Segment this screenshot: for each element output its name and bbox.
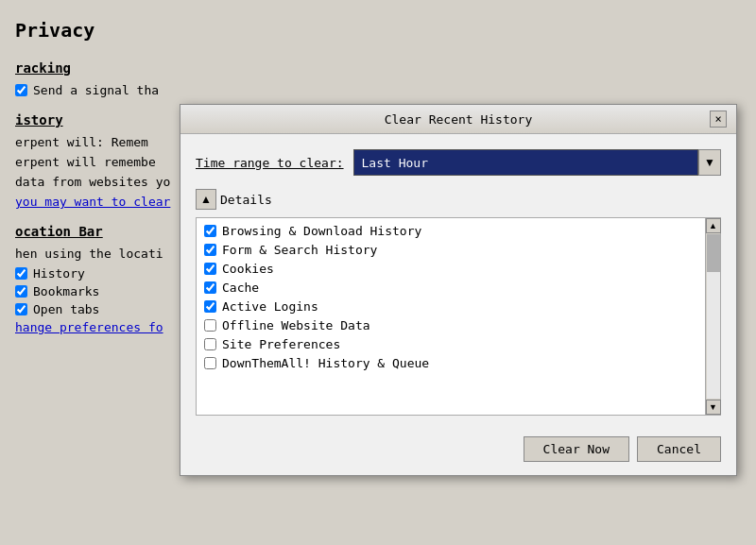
list-item: Offline Website Data <box>204 318 697 332</box>
checklist-container: Browsing & Download History Form & Searc… <box>196 217 721 416</box>
form-label: Form & Search History <box>222 243 377 257</box>
checklist-items: Browsing & Download History Form & Searc… <box>197 218 705 415</box>
scroll-up-button[interactable]: ▲ <box>706 218 721 233</box>
dialog-titlebar: Clear Recent History × <box>180 105 736 134</box>
site-prefs-checkbox[interactable] <box>204 338 216 350</box>
downthemall-checkbox[interactable] <box>204 357 216 369</box>
tracking-checkbox[interactable] <box>15 84 27 96</box>
scrollbar: ▲ ▼ <box>705 218 720 415</box>
browsing-label: Browsing & Download History <box>222 224 421 238</box>
clear-now-button[interactable]: Clear Now <box>524 436 629 462</box>
cancel-button[interactable]: Cancel <box>637 436 721 462</box>
clear-history-dialog: Clear Recent History × Time range to cle… <box>180 104 737 476</box>
list-item: Browsing & Download History <box>204 224 697 238</box>
time-range-label: Time range to clear: <box>196 156 344 170</box>
active-logins-label: Active Logins <box>222 299 318 314</box>
details-toggle: ▲ Details <box>196 189 721 210</box>
page-title: Privacy <box>15 19 741 42</box>
dialog-close-button[interactable]: × <box>710 111 727 128</box>
open-tabs-check-label: Open tabs <box>33 302 99 316</box>
site-prefs-label: Site Preferences <box>222 337 340 351</box>
details-toggle-icon: ▲ <box>200 193 212 206</box>
scroll-track <box>707 234 720 399</box>
time-range-row: Time range to clear: Last Hour Last Two … <box>196 149 721 176</box>
offline-checkbox[interactable] <box>204 319 216 332</box>
dialog-body: Time range to clear: Last Hour Last Two … <box>180 134 736 427</box>
details-toggle-button[interactable]: ▲ <box>196 189 216 210</box>
tracking-text: Send a signal tha <box>33 83 159 97</box>
browsing-checkbox[interactable] <box>204 225 216 237</box>
list-item: Site Preferences <box>204 337 697 351</box>
history-check-label: History <box>33 266 85 281</box>
list-item: Active Logins <box>204 299 697 314</box>
dialog-title: Clear Recent History <box>207 112 710 127</box>
time-range-dropdown-arrow[interactable]: ▼ <box>698 149 721 176</box>
scroll-thumb[interactable] <box>707 234 720 272</box>
downthemall-label: DownThemAll! History & Queue <box>222 356 429 370</box>
history-check[interactable] <box>15 267 27 280</box>
cache-label: Cache <box>222 281 259 295</box>
form-checkbox[interactable] <box>204 244 216 256</box>
tracking-section-title: racking <box>15 60 741 76</box>
scroll-down-button[interactable]: ▼ <box>706 400 721 415</box>
cache-checkbox[interactable] <box>204 281 216 294</box>
time-range-select[interactable]: Last Hour Last Two Hours Last Four Hours… <box>353 149 698 176</box>
list-item: Cookies <box>204 262 697 276</box>
change-pref-link: hange preferences fo <box>15 320 163 334</box>
list-item: DownThemAll! History & Queue <box>204 356 697 370</box>
tracking-checkbox-row: Send a signal tha <box>15 83 741 97</box>
bookmarks-check-label: Bookmarks <box>33 284 99 298</box>
dialog-footer: Clear Now Cancel <box>180 427 736 475</box>
bookmarks-check[interactable] <box>15 285 27 298</box>
list-item: Cache <box>204 281 697 295</box>
cookies-label: Cookies <box>222 262 274 276</box>
open-tabs-check[interactable] <box>15 303 27 315</box>
active-logins-checkbox[interactable] <box>204 300 216 313</box>
details-label: Details <box>220 193 272 207</box>
cookies-checkbox[interactable] <box>204 263 216 275</box>
offline-label: Offline Website Data <box>222 318 370 332</box>
list-item: Form & Search History <box>204 243 697 257</box>
